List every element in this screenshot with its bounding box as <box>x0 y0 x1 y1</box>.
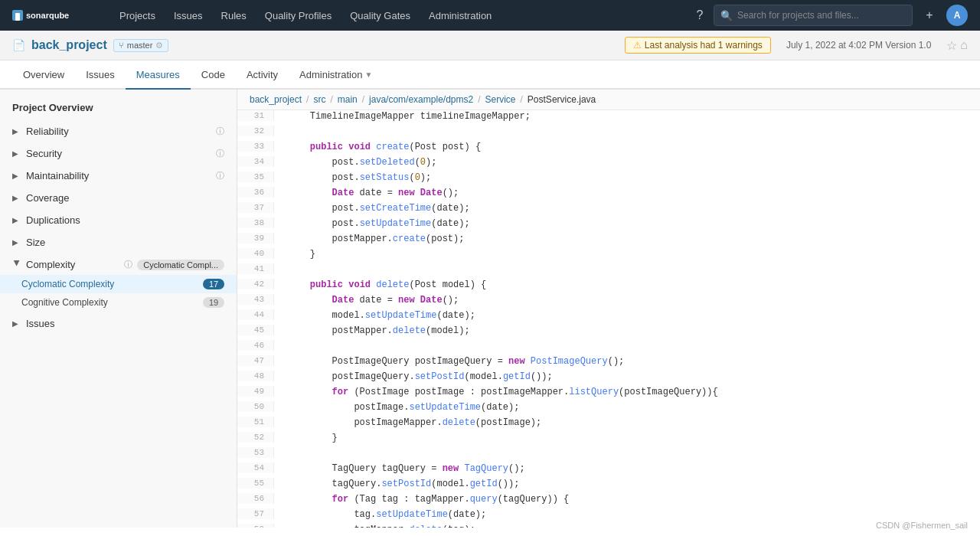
reliability-info-icon[interactable]: ⓘ <box>216 126 224 137</box>
coverage-label: Coverage <box>26 192 224 204</box>
warning-badge[interactable]: ⚠ Last analysis had 1 warnings <box>625 37 771 54</box>
code-line: 56 for (Tag tag : tagMapper.query(tagQue… <box>237 493 980 508</box>
code-line: 43 Date date = new Date(); <box>237 294 980 309</box>
code-line: 38 post.setUpdateTime(date); <box>237 217 980 233</box>
line-number: 33 <box>237 141 274 152</box>
breadcrumb-project[interactable]: back_project <box>250 94 302 105</box>
global-search[interactable]: 🔍 <box>714 5 913 26</box>
cyclomatic-complexity-label: Cyclomatic Complexity <box>21 279 198 289</box>
project-name[interactable]: back_project <box>31 38 107 52</box>
sidebar-section-issues-header[interactable]: ▶ Issues <box>0 313 237 334</box>
project-icon: 📄 <box>12 39 25 51</box>
line-code: Date date = new Date(); <box>279 294 980 306</box>
sidebar-item-cyclomatic-complexity[interactable]: Cyclomatic Complexity 17 <box>0 275 237 293</box>
line-code: TimelineImageMapper timelineImageMapper; <box>279 110 980 123</box>
sidebar-section-maintainability-header[interactable]: ▶ Maintainability ⓘ <box>0 165 237 186</box>
code-line: 34 post.setDeleted(0); <box>237 156 980 172</box>
breadcrumb-main[interactable]: main <box>338 94 358 105</box>
nav-projects[interactable]: Projects <box>112 0 163 31</box>
sidebar-section-duplications-header[interactable]: ▶ Duplications <box>0 210 237 230</box>
line-code: } <box>279 248 980 260</box>
line-number: 34 <box>237 156 274 167</box>
branch-settings-icon[interactable]: ⚙ <box>155 41 163 51</box>
maintainability-info-icon[interactable]: ⓘ <box>216 170 224 181</box>
warning-icon: ⚠ <box>633 40 642 51</box>
sidebar: Project Overview ▶ Reliability ⓘ ▶ Secur… <box>0 90 237 528</box>
line-code <box>279 447 980 459</box>
tab-issues[interactable]: Issues <box>75 60 126 90</box>
branch-badge[interactable]: ⑂ master ⚙ <box>113 39 169 52</box>
breadcrumb-package[interactable]: java/com/example/dpms2 <box>369 94 473 105</box>
star-actions: ☆ ⌂ <box>946 38 968 53</box>
tab-activity[interactable]: Activity <box>236 60 289 90</box>
breadcrumb-src[interactable]: src <box>313 94 325 105</box>
chevron-issues: ▶ <box>12 319 21 328</box>
code-line: 47 PostImageQuery postImageQuery = new P… <box>237 355 980 371</box>
sidebar-section-size-header[interactable]: ▶ Size <box>0 232 237 253</box>
chevron-security: ▶ <box>12 149 21 158</box>
line-number: 54 <box>237 462 274 473</box>
breadcrumb-service[interactable]: Service <box>485 94 516 105</box>
chevron-coverage: ▶ <box>12 194 21 202</box>
line-code: tag.setUpdateTime(date); <box>279 508 980 521</box>
home-icon[interactable]: ⌂ <box>960 38 968 53</box>
nav-quality-profiles[interactable]: Quality Profiles <box>257 0 339 31</box>
code-line: 36 Date date = new Date(); <box>237 187 980 202</box>
line-code: public void create(Post post) { <box>279 141 980 153</box>
line-code: postImage.setUpdateTime(date); <box>279 401 980 413</box>
sidebar-item-cognitive-complexity[interactable]: Cognitive Complexity 19 <box>0 293 237 312</box>
line-code: model.setUpdateTime(date); <box>279 309 980 322</box>
code-line: 41 <box>237 263 980 279</box>
complexity-label: Complexity <box>26 259 119 270</box>
tab-administration[interactable]: Administration ▼ <box>289 60 383 90</box>
nav-rules[interactable]: Rules <box>214 0 254 31</box>
line-number: 35 <box>237 172 274 182</box>
code-line: 44 model.setUpdateTime(date); <box>237 309 980 325</box>
cognitive-complexity-count: 19 <box>203 297 224 308</box>
sidebar-section-complexity-header[interactable]: ▶ Complexity ⓘ Cyclomatic Compl... <box>0 254 237 275</box>
sidebar-section-size: ▶ Size <box>0 232 237 253</box>
branch-name: master <box>127 41 153 50</box>
svg-rect-1 <box>15 13 20 21</box>
code-line: 54 TagQuery tagQuery = new TagQuery(); <box>237 462 980 478</box>
tab-code[interactable]: Code <box>191 60 236 90</box>
complexity-subsection: Cyclomatic Complexity 17 Cognitive Compl… <box>0 275 237 312</box>
tab-overview[interactable]: Overview <box>12 60 75 90</box>
sidebar-section-reliability-header[interactable]: ▶ Reliability ⓘ <box>0 121 237 142</box>
code-line: 31 TimelineImageMapper timelineImageMapp… <box>237 110 980 126</box>
sidebar-section-maintainability: ▶ Maintainability ⓘ <box>0 165 237 186</box>
line-code: Date date = new Date(); <box>279 187 980 199</box>
admin-chevron-icon: ▼ <box>364 70 372 79</box>
nav-quality-gates[interactable]: Quality Gates <box>342 0 418 31</box>
code-content[interactable]: 31 TimelineImageMapper timelineImageMapp… <box>237 110 980 528</box>
sidebar-section-coverage-header[interactable]: ▶ Coverage <box>0 188 237 208</box>
svg-text:sonarqube: sonarqube <box>26 11 69 20</box>
line-number: 51 <box>237 417 274 427</box>
tab-measures[interactable]: Measures <box>126 60 191 90</box>
line-code: post.setStatus(0); <box>279 172 980 184</box>
code-view: back_project / src / main / java/com/exa… <box>237 90 980 528</box>
help-icon[interactable]: ? <box>689 5 710 26</box>
avatar[interactable]: A <box>946 5 968 26</box>
analysis-meta: July 1, 2022 at 4:02 PM Version 1.0 <box>786 40 931 51</box>
plus-icon[interactable]: + <box>919 5 940 26</box>
code-line: 40 } <box>237 248 980 263</box>
nav-administration[interactable]: Administration <box>421 0 499 31</box>
logo[interactable]: sonarqube <box>12 7 96 24</box>
code-line: 39 postMapper.create(post); <box>237 233 980 248</box>
line-number: 36 <box>237 187 274 198</box>
chevron-complexity: ▶ <box>13 260 21 270</box>
line-number: 50 <box>237 401 274 412</box>
complexity-info-icon[interactable]: ⓘ <box>124 259 132 270</box>
code-line: 58 tagMapper.delete(tag); <box>237 524 980 528</box>
sidebar-title: Project Overview <box>0 97 237 121</box>
code-line: 32 <box>237 126 980 141</box>
nav-issues[interactable]: Issues <box>166 0 211 31</box>
star-icon[interactable]: ☆ <box>946 38 957 53</box>
sidebar-section-security-header[interactable]: ▶ Security ⓘ <box>0 143 237 164</box>
line-code: postMapper.create(post); <box>279 233 980 245</box>
line-code: post.setUpdateTime(date); <box>279 217 980 230</box>
code-line: 53 <box>237 447 980 462</box>
security-info-icon[interactable]: ⓘ <box>216 148 224 159</box>
search-input[interactable] <box>737 10 906 21</box>
